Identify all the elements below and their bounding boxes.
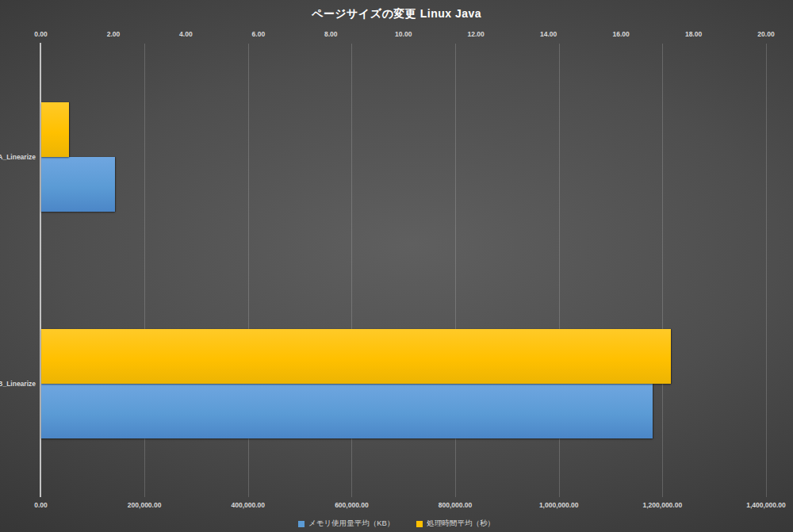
- bottom-axis-tick-label: 0.00: [10, 501, 73, 509]
- legend: メモリ使用量平均（KB）処理時間平均（秒）: [0, 519, 793, 529]
- bar-memory-B_Linearize: [41, 384, 653, 438]
- category-label: B_Linearize: [0, 380, 36, 388]
- bottom-axis-tick-label: 600,000.00: [320, 501, 383, 509]
- bottom-axis-tick-label: 800,000.00: [423, 501, 487, 509]
- legend-label: メモリ使用量平均（KB）: [308, 519, 394, 529]
- bottom-axis-tick-label: 1,400,000.00: [734, 501, 793, 509]
- legend-item: メモリ使用量平均（KB）: [298, 519, 394, 529]
- bottom-axis-tick-label: 400,000.00: [216, 501, 280, 509]
- top-axis-tick-label: 8.00: [299, 30, 362, 38]
- top-axis-tick-label: 2.00: [82, 30, 145, 38]
- legend-swatch-icon: [298, 521, 305, 527]
- top-axis-tick-label: 0.00: [10, 30, 73, 38]
- bottom-axis-tick-label: 1,200,000.00: [630, 501, 694, 509]
- legend-swatch-icon: [416, 521, 423, 527]
- top-axis-tick-label: 18.00: [662, 30, 726, 38]
- chart-title: ページサイズの変更 Linux Java: [0, 7, 793, 21]
- bar-time-B_Linearize: [41, 329, 672, 384]
- category-label: A_Linearize: [0, 153, 36, 161]
- gridline: [662, 44, 663, 497]
- legend-label: 処理時間平均（秒）: [427, 519, 495, 529]
- bar-chart: ページサイズの変更 Linux Java 0.002.004.006.008.0…: [0, 0, 793, 532]
- top-axis-tick-label: 4.00: [154, 30, 217, 38]
- bottom-axis-tick-label: 200,000.00: [113, 501, 176, 509]
- legend-item: 処理時間平均（秒）: [416, 519, 495, 529]
- top-axis-tick-label: 20.00: [734, 30, 793, 38]
- bar-memory-A_Linearize: [41, 157, 115, 212]
- bottom-axis-tick-label: 1,000,000.00: [527, 501, 591, 509]
- bar-time-A_Linearize: [41, 102, 70, 157]
- top-axis-tick-label: 16.00: [589, 30, 653, 38]
- gridline: [766, 44, 767, 497]
- top-axis-tick-label: 14.00: [517, 30, 580, 38]
- top-axis-tick-label: 10.00: [372, 30, 435, 38]
- top-axis-tick-label: 12.00: [444, 30, 508, 38]
- top-axis-tick-label: 6.00: [227, 30, 290, 38]
